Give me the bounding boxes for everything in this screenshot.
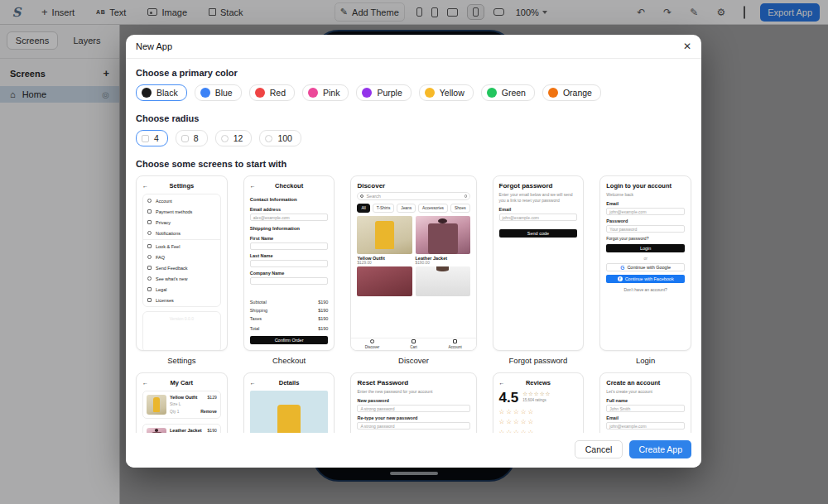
- search-icon: [360, 194, 363, 198]
- screen-option-details: Details: [243, 372, 335, 433]
- facebook-icon: f: [618, 276, 623, 281]
- radius-4-icon: [142, 135, 149, 142]
- back-icon: [250, 183, 256, 189]
- remove-link: Remove: [200, 409, 216, 414]
- card-caption: Discover: [350, 356, 476, 365]
- email-field: alex@example.com: [250, 214, 329, 221]
- lock-icon: [147, 220, 152, 224]
- google-icon: G: [620, 265, 624, 271]
- bell-icon: [147, 231, 152, 235]
- google-button: GContinue with Google: [606, 263, 685, 271]
- screen-option-login: Login to your account Welcome back Email…: [599, 175, 691, 372]
- screen-card-reset-password[interactable]: Reset Password Enter the new password fo…: [350, 372, 476, 433]
- purple-swatch-icon: [362, 88, 372, 98]
- signup-link: Don't have an account?: [606, 287, 685, 292]
- retype-password-field: A strong password: [357, 422, 469, 430]
- color-option-orange[interactable]: Orange: [542, 84, 601, 101]
- screen-option-settings: Settings Account Payment methods Privacy…: [136, 175, 228, 372]
- create-app-button[interactable]: Create App: [629, 440, 691, 458]
- screen-card-checkout[interactable]: Checkout Contact Information Email addre…: [243, 175, 335, 351]
- cart-item: Leather Jacket$190 Size L Qty 1Remove: [142, 424, 221, 433]
- settings-version-box: Version 0.0.0: [142, 311, 221, 351]
- new-app-modal: New App ✕ Choose a primary color Black B…: [126, 35, 701, 468]
- credit-card-icon: [147, 209, 152, 214]
- back-icon: [142, 380, 148, 386]
- radius-label: Choose radius: [136, 113, 691, 123]
- pink-swatch-icon: [308, 88, 318, 98]
- screen-card-reviews[interactable]: Reviews 4.5 ☆☆☆☆☆ 15,604 ratings ☆☆☆☆☆ ☆…: [493, 372, 585, 433]
- discover-nav-icon: [370, 339, 374, 343]
- company-field: [250, 277, 329, 285]
- radius-option-100[interactable]: 100: [259, 130, 301, 146]
- screen-option-account: Create an account Let's create your acco…: [599, 372, 691, 433]
- card-caption: Forgot password: [493, 356, 585, 365]
- back-icon: [250, 380, 256, 386]
- rating-stars-icon: ☆☆☆☆☆: [522, 391, 551, 397]
- mail-icon: [147, 266, 152, 270]
- last-name-field: [250, 260, 329, 267]
- screen-card-settings[interactable]: Settings Account Payment methods Privacy…: [136, 175, 228, 351]
- color-options: Black Blue Red Pink Purple Yellow Green …: [136, 84, 691, 101]
- send-code-button: Send code: [499, 229, 578, 238]
- cart-item: Yellow Outfit$129 Size L Qty 1Remove: [142, 391, 221, 419]
- product-image-yellow-outfit: [357, 216, 412, 254]
- email-field: john@example.com: [606, 208, 685, 215]
- green-swatch-icon: [487, 88, 497, 98]
- color-option-green[interactable]: Green: [481, 84, 535, 101]
- cancel-button[interactable]: Cancel: [575, 440, 623, 458]
- new-password-field: A strong password: [357, 405, 469, 412]
- screen-card-my-cart[interactable]: My Cart Yellow Outfit$129 Size L Qty 1Re…: [136, 372, 228, 433]
- back-icon: [499, 380, 505, 386]
- details-hero-image: [250, 391, 329, 433]
- login-button: Login: [606, 244, 685, 252]
- radius-option-4[interactable]: 4: [136, 130, 168, 146]
- screen-card-create-account[interactable]: Create an account Let's create your acco…: [599, 372, 691, 433]
- color-option-blue[interactable]: Blue: [195, 84, 242, 101]
- screen-card-discover[interactable]: Discover Search All T-Shirts Jeans Acces…: [350, 175, 476, 351]
- settings-list: Account Payment methods Privacy Notifica…: [142, 194, 221, 307]
- modal-header: New App ✕: [126, 35, 701, 59]
- radius-option-8[interactable]: 8: [176, 130, 208, 146]
- radius-option-12[interactable]: 12: [215, 130, 253, 146]
- confirm-order-button: Confirm Order: [250, 336, 329, 344]
- color-option-pink[interactable]: Pink: [302, 84, 349, 101]
- screen-card-login[interactable]: Login to your account Welcome back Email…: [599, 175, 691, 351]
- color-option-red[interactable]: Red: [249, 84, 295, 101]
- radius-12-icon: [221, 135, 229, 142]
- review-stars-row: ☆☆☆☆☆: [499, 408, 578, 415]
- shield-icon: [147, 298, 152, 302]
- color-option-black[interactable]: Black: [136, 84, 187, 101]
- color-option-yellow[interactable]: Yellow: [419, 84, 474, 101]
- close-icon[interactable]: ✕: [683, 41, 691, 52]
- forgot-password-link: Forgot your password?: [606, 236, 685, 241]
- email-field: john@example.com: [606, 422, 685, 430]
- sparkles-icon: [147, 276, 152, 281]
- orange-swatch-icon: [548, 88, 558, 98]
- cart-thumb-yellow-outfit: [147, 395, 166, 415]
- cart-thumb-leather-jacket: [147, 428, 166, 433]
- account-nav-icon: [453, 339, 457, 343]
- first-name-field: [250, 242, 329, 250]
- blue-swatch-icon: [200, 88, 210, 98]
- person-icon: [147, 199, 152, 203]
- screen-option-cart: My Cart Yellow Outfit$129 Size L Qty 1Re…: [136, 372, 228, 433]
- color-option-purple[interactable]: Purple: [356, 84, 411, 101]
- review-stars-row: ☆☆☆☆☆: [499, 429, 578, 434]
- email-field: john@example.com: [499, 214, 578, 221]
- radius-options: 4 8 12 100: [136, 130, 691, 146]
- modal-footer: Cancel Create App: [126, 433, 701, 468]
- screen-option-reset: Reset Password Enter the new password fo…: [350, 372, 476, 433]
- fullname-field: John Smith: [606, 405, 685, 412]
- building-icon: [147, 287, 152, 291]
- review-stars-row: ☆☆☆☆☆: [499, 418, 578, 425]
- screen-option-reviews: Reviews 4.5 ☆☆☆☆☆ 15,604 ratings ☆☆☆☆☆ ☆…: [493, 372, 585, 433]
- mic-icon: [465, 194, 467, 199]
- primary-color-label: Choose a primary color: [136, 68, 691, 78]
- back-icon: [142, 183, 148, 189]
- black-swatch-icon: [142, 88, 152, 98]
- screen-card-forgot-password[interactable]: Forgot password Enter your email below a…: [493, 175, 585, 351]
- bottom-nav: Discover Cart Account: [351, 338, 475, 350]
- screen-card-details[interactable]: Details: [243, 372, 335, 433]
- password-field: Your password: [606, 225, 685, 233]
- screens-label: Choose some screens to start with: [136, 159, 691, 169]
